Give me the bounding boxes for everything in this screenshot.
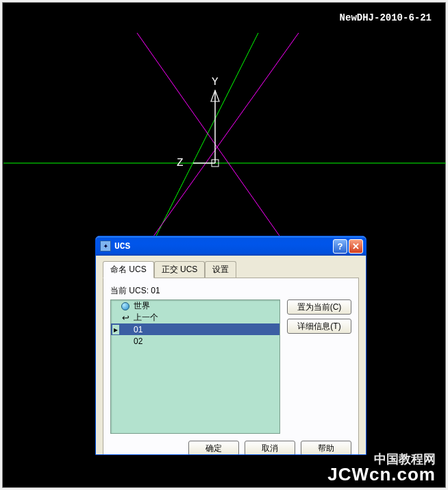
ucs-item-label: 上一个 [134,312,158,323]
tab-ortho-ucs[interactable]: 正交 UCS [154,261,206,278]
ok-button[interactable]: 确定 [188,441,239,455]
ucs-item-label: 02 [134,336,142,346]
tab-settings[interactable]: 设置 [205,261,236,278]
dialog-button-row: 确定 取消 帮助 [110,434,351,455]
ucs-item-01[interactable]: 01 [111,323,279,335]
svg-text:Y: Y [212,76,219,88]
globe-icon [121,302,130,311]
tab-strip: 命名 UCS 正交 UCS 设置 [103,261,359,278]
ucs-dialog: ✦ UCS ? ✕ 命名 UCS 正交 UCS 设置 当前 UCS: 01 世界 [95,236,366,455]
dialog-title: UCS [114,241,332,252]
ucs-list[interactable]: 世界 ↩ 上一个 01 02 [110,299,280,434]
close-icon[interactable]: ✕ [349,239,363,254]
side-button-group: 置为当前(C) 详细信息(T) [287,299,351,434]
back-arrow-icon: ↩ [121,313,130,323]
cad-viewport: Y Z NewDHJ-2010-6-21 中国教程网 JCWcn.com ✦ U… [2,2,446,488]
ucs-item-label: 世界 [134,300,150,312]
ucs-item-02[interactable]: 02 [111,335,279,347]
help-icon-button[interactable]: ? [333,239,347,254]
app-icon: ✦ [100,241,111,252]
tab-named-ucs[interactable]: 命名 UCS [103,261,154,278]
watermark-site: 中国教程网 JCWcn.com [327,453,436,483]
cancel-button[interactable]: 取消 [245,441,295,455]
ucs-item-world[interactable]: 世界 [111,300,279,312]
ucs-icon [121,325,130,334]
dialog-body: 命名 UCS 正交 UCS 设置 当前 UCS: 01 世界 ↩ 上一个 [96,256,366,454]
current-ucs-label: 当前 UCS: 01 [110,285,351,297]
help-button[interactable]: 帮助 [301,441,351,455]
details-button[interactable]: 详细信息(T) [287,319,351,334]
watermark-site-url: JCWcn.com [327,465,436,483]
svg-text:Z: Z [177,157,184,169]
tab-panel-named: 当前 UCS: 01 世界 ↩ 上一个 01 [103,278,359,455]
ucs-icon [121,336,130,346]
svg-line-1 [142,33,258,263]
dialog-titlebar[interactable]: ✦ UCS ? ✕ [96,236,366,256]
ucs-item-label: 01 [134,325,142,334]
watermark-date: NewDHJ-2010-6-21 [340,12,432,23]
set-current-button[interactable]: 置为当前(C) [287,299,351,315]
ucs-item-previous[interactable]: ↩ 上一个 [111,312,279,323]
